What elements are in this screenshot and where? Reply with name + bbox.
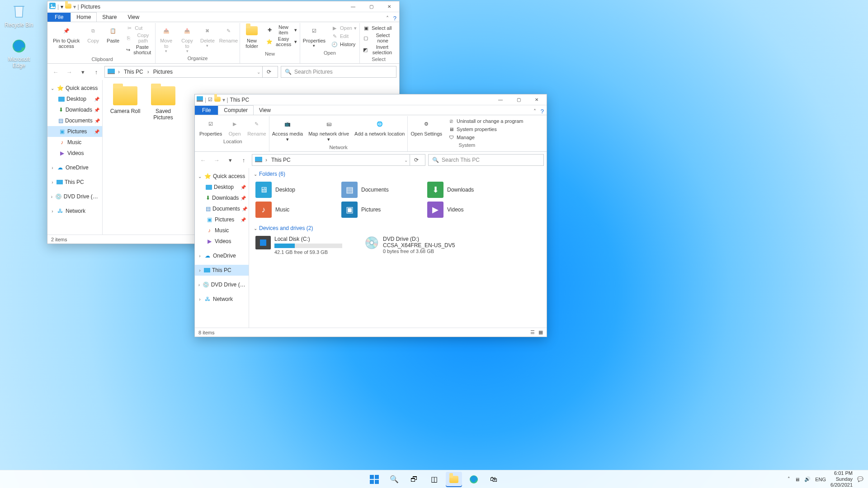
nav-quick-access[interactable]: ⌄⭐Quick access — [195, 171, 249, 182]
system-properties-button[interactable]: 🖥System properties — [445, 125, 526, 133]
nav-quick-access[interactable]: ⌄⭐Quick access — [47, 83, 102, 94]
titlebar[interactable]: | ☑ ▾ | This PC — ▢ ✕ — [195, 94, 547, 105]
folder-downloads[interactable]: ⬇Downloads — [425, 180, 511, 200]
edge-button[interactable] — [466, 472, 482, 487]
nav-music[interactable]: ♪Music — [47, 137, 102, 148]
explorer-button[interactable] — [446, 472, 462, 487]
ribbon-collapse-icon[interactable]: ˄ — [532, 108, 538, 115]
folder-saved-pictures[interactable]: Saved Pictures — [147, 86, 179, 121]
desktop-icon-edge[interactable]: Microsoft Edge — [3, 37, 35, 69]
nav-downloads[interactable]: ⬇Downloads📌 — [47, 104, 102, 115]
open-settings-button[interactable]: ⚙Open Settings — [408, 116, 445, 138]
nav-downloads[interactable]: ⬇Downloads📌 — [195, 192, 249, 203]
help-icon[interactable]: ? — [391, 15, 399, 22]
up-button[interactable]: ↑ — [91, 66, 102, 77]
edit-button[interactable]: ✎Edit — [328, 32, 359, 40]
new-item-button[interactable]: ✚New item ▾ — [264, 24, 300, 36]
titlebar[interactable]: | ▾ ▾ | Pictures — ▢ ✕ — [47, 1, 399, 12]
nav-network[interactable]: ›🖧Network — [47, 206, 102, 216]
forward-button[interactable]: → — [211, 155, 222, 165]
open-button[interactable]: ▶Open — [225, 116, 245, 138]
nav-thispc[interactable]: ›This PC — [47, 177, 102, 188]
content-pane[interactable]: ⌄Folders (6) 🖥Desktop ▤Documents ⬇Downlo… — [249, 168, 547, 328]
manage-button[interactable]: 🛡Manage — [445, 133, 526, 141]
cut-button[interactable]: ✂Cut — [123, 24, 155, 32]
back-button[interactable]: ← — [198, 155, 208, 165]
access-media-button[interactable]: 📺Access media ▾ — [269, 116, 306, 144]
paste-shortcut-button[interactable]: ↪Paste shortcut — [123, 44, 155, 56]
nav-music[interactable]: ♪Music — [195, 225, 249, 236]
nav-pictures[interactable]: ▣Pictures📌 — [47, 126, 102, 137]
folder-videos[interactable]: ▶Videos — [425, 200, 511, 220]
qat-properties-icon[interactable]: ☑ — [208, 97, 212, 103]
widgets-button[interactable]: ◫ — [426, 472, 442, 487]
forward-button[interactable]: → — [64, 66, 75, 77]
nav-videos[interactable]: ▶Videos — [47, 148, 102, 159]
up-button[interactable]: ↑ — [238, 155, 249, 165]
new-folder-button[interactable]: New folder — [240, 23, 264, 50]
add-location-button[interactable]: 🌐Add a network location — [352, 116, 407, 138]
map-drive-button[interactable]: 🖴Map network drive ▾ — [306, 116, 352, 144]
nav-dvd[interactable]: ›💿DVD Drive (D:) CCSA — [195, 279, 249, 290]
rename-button[interactable]: ✎Rename — [217, 23, 240, 45]
properties-button[interactable]: ☑Properties — [197, 116, 225, 138]
move-to-button[interactable]: 📤Move to▾ — [156, 23, 177, 55]
volume-icon[interactable]: 🔊 — [804, 476, 811, 482]
copy-to-button[interactable]: 📥Copy to▾ — [177, 23, 198, 55]
tab-share[interactable]: Share — [97, 13, 122, 22]
tab-file[interactable]: File — [195, 106, 218, 115]
folder-documents[interactable]: ▤Documents — [340, 180, 425, 200]
window-thispc[interactable]: | ☑ ▾ | This PC — ▢ ✕ File Computer View… — [194, 94, 547, 337]
drive-c[interactable]: Local Disk (C:) 42.1 GB free of 59.3 GB — [254, 234, 362, 257]
store-button[interactable]: 🛍 — [486, 472, 502, 487]
search-input[interactable]: 🔍Search This PC — [428, 154, 544, 166]
rename-button[interactable]: ✎Rename — [245, 116, 269, 138]
properties-button[interactable]: ☑Properties▾ — [300, 23, 328, 49]
close-button[interactable]: ✕ — [381, 2, 397, 12]
tab-computer[interactable]: Computer — [218, 105, 254, 115]
close-button[interactable]: ✕ — [528, 95, 545, 105]
help-icon[interactable]: ? — [538, 108, 547, 115]
taskbar[interactable]: 🔍 🗗 ◫ 🛍 ˄ 🖥 🔊 ENG 6:01 PM Sunday 6/20/20… — [0, 470, 868, 488]
nav-pictures[interactable]: ▣Pictures📌 — [195, 214, 249, 225]
drive-d[interactable]: 💿 DVD Drive (D:) CCSA_X64FRE_EN-US_DV5 0… — [362, 234, 471, 257]
view-tiles-icon[interactable]: ▦ — [538, 329, 543, 335]
nav-pane[interactable]: ⌄⭐Quick access Desktop📌 ⬇Downloads📌 ▤Doc… — [195, 168, 249, 328]
qat-save-icon[interactable]: ▾ — [61, 4, 63, 10]
open-button[interactable]: ▶Open ▾ — [328, 24, 359, 32]
system-tray[interactable]: ˄ 🖥 🔊 ENG 6:01 PM Sunday 6/20/2021 💬 — [783, 470, 868, 488]
copy-path-button[interactable]: ⎘Copy path — [123, 32, 155, 44]
folder-camera-roll[interactable]: Camera Roll — [109, 86, 142, 121]
clock[interactable]: 6:01 PM Sunday 6/20/2021 — [830, 470, 853, 488]
language-indicator[interactable]: ENG — [815, 477, 826, 482]
refresh-button[interactable]: ⟳ — [410, 154, 422, 166]
task-view-button[interactable]: 🗗 — [406, 472, 422, 487]
easy-access-button[interactable]: ⭐Easy access ▾ — [264, 36, 300, 47]
breadcrumb[interactable]: This PC — [123, 69, 144, 75]
nav-onedrive[interactable]: ›☁OneDrive — [47, 162, 102, 173]
maximize-button[interactable]: ▢ — [510, 95, 527, 105]
notifications-icon[interactable]: 💬 — [857, 476, 863, 482]
minimize-button[interactable]: — — [492, 95, 509, 105]
search-input[interactable]: 🔍Search Pictures — [281, 66, 396, 78]
nav-documents[interactable]: ▤Documents📌 — [47, 115, 102, 126]
nav-network[interactable]: ›🖧Network — [195, 294, 249, 305]
address-bar[interactable]: This PC Pictures ⌄ ⟳ — [104, 66, 278, 78]
select-all-button[interactable]: ▣Select all — [360, 24, 397, 32]
paste-button[interactable]: 📋Paste — [103, 23, 123, 45]
back-button[interactable]: ← — [50, 66, 61, 77]
breadcrumb[interactable]: Pictures — [152, 69, 174, 75]
desktop-icon-recycle-bin[interactable]: Recycle Bin — [3, 3, 35, 28]
select-none-button[interactable]: ▢Select none — [360, 32, 397, 44]
tab-view[interactable]: View — [122, 13, 145, 22]
start-button[interactable] — [366, 472, 382, 487]
history-button[interactable]: 🕘History — [328, 40, 359, 48]
delete-button[interactable]: ✖Delete▾ — [198, 23, 217, 49]
nav-documents[interactable]: ▤Documents📌 — [195, 203, 249, 214]
copy-button[interactable]: ⧉Copy — [83, 23, 103, 45]
recent-dropdown[interactable]: ▾ — [77, 66, 88, 77]
refresh-button[interactable]: ⟳ — [262, 66, 275, 78]
ribbon-collapse-icon[interactable]: ˄ — [384, 15, 391, 22]
tray-overflow-icon[interactable]: ˄ — [788, 476, 790, 482]
tab-home[interactable]: Home — [71, 12, 97, 22]
